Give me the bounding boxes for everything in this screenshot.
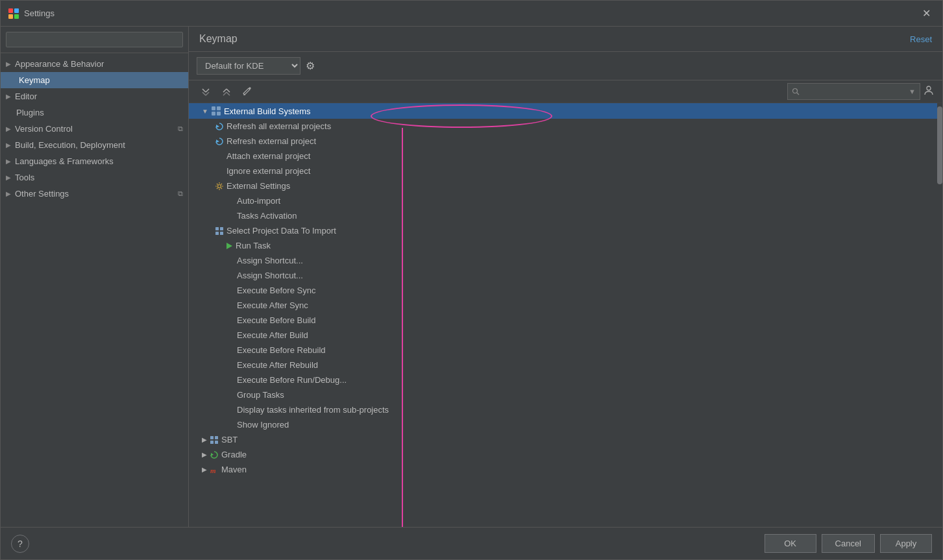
tree-item-display-tasks[interactable]: Display tasks inherited from sub-project…: [189, 402, 942, 417]
maven-icon: m: [210, 465, 219, 474]
tree-item-show-ignored[interactable]: Show Ignored: [189, 417, 942, 432]
svg-line-7: [206, 92, 209, 95]
sidebar-tree: ▶ Appearance & Behavior Keymap ▶ Editor …: [1, 53, 188, 527]
tree-item-sbt[interactable]: ▶ SBT: [189, 432, 942, 447]
tree-item-execute-before-build[interactable]: Execute Before Build: [189, 313, 942, 328]
svg-point-15: [927, 86, 931, 90]
tree-item-external-build-systems[interactable]: ▼ External Build Systems: [189, 103, 942, 119]
main-panel: Keymap Reset Default for KDE ⚙: [189, 27, 942, 527]
tree-item-external-settings[interactable]: External Settings: [189, 178, 942, 193]
keymap-gear-button[interactable]: ⚙: [306, 60, 315, 72]
bottom-bar: ? OK Cancel Apply: [1, 527, 942, 559]
svg-marker-27: [227, 243, 232, 249]
tree-item-tasks-activation[interactable]: Tasks Activation: [189, 208, 942, 223]
tree-item-label: Assign Shortcut...: [237, 271, 303, 280]
help-button[interactable]: ?: [11, 535, 29, 553]
app-icon: [8, 8, 19, 19]
tree-item-label: Auto-import: [237, 196, 280, 206]
tree-item-attach-external[interactable]: Attach external project: [189, 149, 942, 164]
tree-item-execute-before-run[interactable]: Execute Before Run/Debug...: [189, 372, 942, 387]
refresh-icon: [215, 122, 224, 131]
scrollbar-track: [937, 103, 942, 527]
copy-icon: ⧉: [178, 189, 183, 198]
arrow-icon: ▶: [6, 93, 11, 100]
title-bar-left: Settings: [8, 8, 55, 19]
tree-item-label: External Settings: [227, 181, 290, 191]
svg-point-13: [793, 89, 798, 93]
collapse-all-button[interactable]: [217, 84, 236, 100]
svg-rect-26: [220, 232, 223, 235]
svg-marker-20: [216, 125, 219, 128]
svg-rect-30: [210, 441, 214, 444]
tree-item-refresh-external[interactable]: Refresh external project: [189, 134, 942, 149]
sidebar-item-other-settings[interactable]: ▶ Other Settings ⧉: [1, 186, 188, 202]
tree-item-execute-after-sync[interactable]: Execute After Sync: [189, 298, 942, 313]
apply-button[interactable]: Apply: [880, 534, 932, 553]
sidebar-search-input[interactable]: [6, 32, 183, 47]
search-dropdown-arrow[interactable]: ▼: [909, 88, 916, 95]
svg-line-4: [202, 89, 206, 92]
tree-item-label: Display tasks inherited from sub-project…: [237, 405, 389, 415]
sidebar-item-editor[interactable]: ▶ Editor: [1, 88, 188, 104]
sidebar-item-plugins[interactable]: Plugins: [1, 104, 188, 121]
sidebar-item-keymap[interactable]: Keymap: [1, 72, 188, 88]
svg-rect-29: [215, 436, 218, 439]
sidebar-item-version-control[interactable]: ▶ Version Control ⧉: [1, 121, 188, 137]
sidebar-item-languages[interactable]: ▶ Languages & Frameworks: [1, 153, 188, 169]
sbt-icon: [210, 435, 219, 444]
tree-item-maven[interactable]: ▶ m Maven: [189, 462, 942, 477]
svg-rect-23: [215, 227, 219, 230]
svg-marker-32: [211, 453, 214, 456]
svg-rect-24: [220, 227, 223, 230]
svg-rect-28: [210, 436, 214, 439]
tree-item-select-project-data[interactable]: Select Project Data To Import: [189, 223, 942, 238]
svg-rect-17: [217, 106, 221, 110]
tree-item-execute-before-sync[interactable]: Execute Before Sync: [189, 283, 942, 298]
tree-item-execute-after-build[interactable]: Execute After Build: [189, 328, 942, 343]
edit-button[interactable]: [238, 84, 256, 100]
svg-rect-2: [8, 14, 13, 19]
arrow-icon: ▶: [6, 158, 11, 165]
reset-button[interactable]: Reset: [910, 34, 932, 44]
svg-rect-16: [212, 106, 215, 110]
tree-item-label: Execute Before Run/Debug...: [237, 375, 347, 385]
tree-item-label: Assign Shortcut...: [237, 256, 303, 265]
tree-item-label: Group Tasks: [237, 390, 284, 400]
tree-item-refresh-all[interactable]: Refresh all external projects: [189, 119, 942, 134]
sidebar-item-tools[interactable]: ▶ Tools: [1, 169, 188, 186]
scrollbar-thumb[interactable]: [937, 106, 942, 184]
svg-rect-1: [14, 8, 19, 13]
close-button[interactable]: ✕: [918, 6, 935, 21]
expand-all-button[interactable]: [197, 84, 215, 100]
tree-item-assign-shortcut-1[interactable]: Assign Shortcut...: [189, 253, 942, 268]
cancel-button[interactable]: Cancel: [822, 534, 875, 553]
sidebar-item-build[interactable]: ▶ Build, Execution, Deployment: [1, 137, 188, 153]
tree-item-assign-shortcut-2[interactable]: Assign Shortcut...: [189, 268, 942, 283]
tree-item-label: Show Ignored: [237, 420, 289, 430]
tree-search-input[interactable]: [802, 85, 906, 98]
svg-line-8: [223, 89, 227, 92]
tree-item-gradle[interactable]: ▶ Gradle: [189, 447, 942, 462]
tree-item-ignore-external[interactable]: Ignore external project: [189, 164, 942, 178]
ok-button[interactable]: OK: [765, 534, 816, 553]
expand-arrow-icon: ▶: [202, 466, 207, 473]
tree-item-auto-import[interactable]: Auto-import: [189, 193, 942, 208]
main-content: ▶ Appearance & Behavior Keymap ▶ Editor …: [1, 27, 942, 527]
tree-item-group-tasks[interactable]: Group Tasks: [189, 387, 942, 402]
svg-point-22: [218, 184, 221, 188]
copy-icon: ⧉: [178, 125, 183, 133]
svg-rect-31: [215, 441, 218, 444]
gradle-icon: [210, 450, 219, 459]
user-icon-button[interactable]: [923, 84, 935, 99]
tree-item-execute-before-rebuild[interactable]: Execute Before Rebuild: [189, 343, 942, 358]
keymap-controls: Default for KDE ⚙: [189, 52, 942, 80]
edit-icon: [242, 86, 252, 96]
tree-item-label: Execute Before Sync: [237, 286, 315, 295]
toolbar-row: ▼: [189, 80, 942, 103]
keymap-dropdown[interactable]: Default for KDE: [197, 57, 300, 75]
sidebar-item-appearance[interactable]: ▶ Appearance & Behavior: [1, 56, 188, 72]
tree-item-run-task[interactable]: Run Task: [189, 238, 942, 253]
tree-item-execute-after-rebuild[interactable]: Execute After Rebuild: [189, 358, 942, 372]
settings-dialog: Settings ✕ ▶ Appearance & Behavior Keyma…: [0, 0, 943, 560]
svg-line-14: [797, 93, 799, 95]
